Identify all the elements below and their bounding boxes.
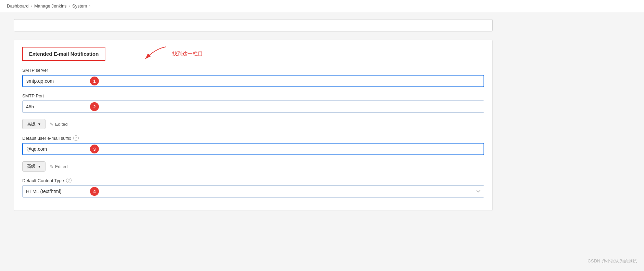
- smtp-port-label: SMTP Port: [22, 93, 484, 98]
- pencil-icon-1: ✎: [50, 122, 53, 127]
- content-type-input-row: HTML (text/html) Plain Text (text/plain)…: [22, 185, 484, 198]
- advanced-button-1[interactable]: 高级 ▼: [22, 119, 46, 129]
- step-badge-4: 4: [90, 187, 99, 196]
- section-block: Extended E-mail Notification 找到这一栏目 SMTP: [14, 40, 493, 211]
- section-title-box: Extended E-mail Notification: [22, 47, 105, 61]
- breadcrumb: Dashboard › Manage Jenkins › System ›: [0, 0, 644, 12]
- step-badge-1: 1: [90, 77, 99, 85]
- help-icon-content-type[interactable]: ?: [66, 178, 72, 183]
- search-input[interactable]: [14, 19, 493, 31]
- section-header: Extended E-mail Notification 找到这一栏目: [22, 47, 484, 61]
- advanced-button-2[interactable]: 高级 ▼: [22, 161, 46, 172]
- help-icon-email-suffix[interactable]: ?: [73, 135, 79, 141]
- section-title: Extended E-mail Notification: [29, 51, 99, 57]
- breadcrumb-sep-1: ›: [31, 3, 32, 9]
- content-type-label: Default Content Type ?: [22, 178, 484, 183]
- breadcrumb-manage-jenkins[interactable]: Manage Jenkins: [34, 3, 67, 9]
- smtp-port-group: SMTP Port 2: [22, 93, 484, 113]
- annotation-text: 找到这一栏目: [172, 51, 203, 57]
- edited-badge-2: ✎ Edited: [50, 164, 68, 169]
- breadcrumb-sep-2: ›: [69, 3, 70, 9]
- step-badge-2: 2: [90, 102, 99, 111]
- main-content: Extended E-mail Notification 找到这一栏目 SMTP: [0, 12, 644, 270]
- watermark: CSDN @小张认为的测试: [588, 258, 637, 264]
- email-suffix-label: Default user e-mail suffix ?: [22, 135, 484, 141]
- edited-badge-1: ✎ Edited: [50, 122, 68, 127]
- breadcrumb-sep-3: ›: [89, 3, 90, 9]
- smtp-port-input-row: 2: [22, 100, 484, 113]
- breadcrumb-dashboard[interactable]: Dashboard: [7, 3, 29, 9]
- field-actions-2: 高级 ▼ ✎ Edited: [22, 161, 484, 172]
- content-type-group: Default Content Type ? HTML (text/html) …: [22, 178, 484, 198]
- smtp-server-input-row: 1: [22, 75, 484, 87]
- smtp-server-label: SMTP server: [22, 68, 484, 73]
- smtp-server-group: SMTP server 1: [22, 68, 484, 87]
- step-badge-3: 3: [90, 145, 99, 153]
- pencil-icon-2: ✎: [50, 164, 53, 169]
- email-suffix-input-row: 3: [22, 143, 484, 155]
- search-bar-wrapper: [14, 19, 630, 31]
- chevron-down-icon-2: ▼: [38, 165, 41, 168]
- breadcrumb-system[interactable]: System: [72, 3, 87, 9]
- annotation-arrow-svg: [142, 45, 169, 62]
- email-suffix-group: Default user e-mail suffix ? 3: [22, 135, 484, 155]
- field-actions-1: 高级 ▼ ✎ Edited: [22, 119, 484, 129]
- annotation-container: 找到这一栏目: [142, 45, 203, 62]
- chevron-down-icon-1: ▼: [38, 122, 41, 126]
